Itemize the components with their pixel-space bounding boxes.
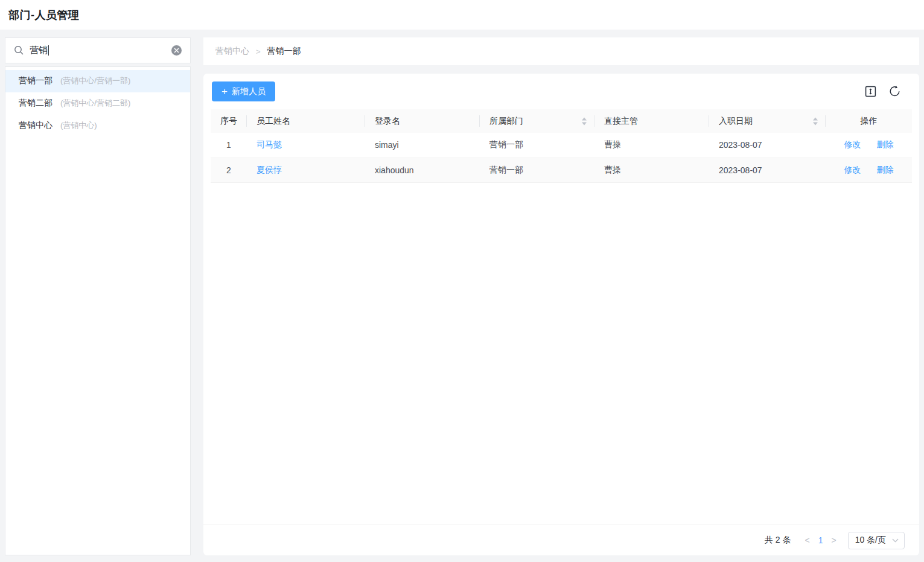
table-header-row: 序号 员工姓名 登录名 所属部门 直接主管 入职日期	[211, 109, 912, 133]
department-name: 营销一部	[19, 75, 53, 86]
column-header-index: 序号	[211, 109, 247, 133]
edit-link[interactable]: 修改	[844, 139, 861, 150]
prev-page-icon[interactable]: <	[800, 535, 814, 545]
table-row: 2 夏侯惇 xiahoudun 营销一部 曹操 2023-08-07 修改 删除	[211, 158, 912, 182]
column-header-name: 员工姓名	[247, 109, 365, 133]
page-number-1[interactable]: 1	[814, 535, 827, 545]
cell-login: simayi	[365, 133, 480, 158]
department-item-yingxiao-center[interactable]: 营销中心 (营销中心)	[5, 115, 190, 137]
page-header: 部门-人员管理	[0, 0, 924, 30]
department-item-yingxiao-yibu[interactable]: 营销一部 (营销中心/营销一部)	[5, 70, 190, 92]
department-search-input[interactable]: 营销	[5, 37, 191, 63]
personnel-panel: + 新增人员	[203, 74, 919, 555]
department-name: 营销二部	[19, 98, 53, 109]
column-header-department: 所属部门	[480, 109, 594, 133]
cell-hire-date: 2023-08-07	[709, 158, 826, 182]
breadcrumb-current: 营销一部	[267, 46, 301, 57]
plus-icon: +	[221, 86, 228, 97]
column-header-hire-date: 入职日期	[709, 109, 826, 133]
row-density-icon[interactable]	[865, 86, 876, 97]
cell-supervisor: 曹操	[594, 133, 709, 158]
sort-icon[interactable]	[813, 117, 818, 125]
add-person-label: 新增人员	[232, 86, 266, 97]
toolbar-icons	[865, 85, 901, 98]
column-header-supervisor: 直接主管	[594, 109, 709, 133]
text-cursor	[48, 45, 49, 56]
search-input-value: 营销	[30, 45, 48, 56]
department-path: (营销中心/营销二部)	[60, 98, 130, 109]
cell-department: 营销一部	[480, 158, 594, 182]
column-header-login: 登录名	[365, 109, 480, 133]
clear-search-icon[interactable]	[171, 45, 182, 56]
department-path: (营销中心)	[60, 120, 97, 131]
department-result-list: 营销一部 (营销中心/营销一部) 营销二部 (营销中心/营销二部) 营销中心 (…	[5, 66, 191, 555]
table-row: 1 司马懿 simayi 营销一部 曹操 2023-08-07 修改 删除	[211, 133, 912, 158]
department-item-yingxiao-erbu[interactable]: 营销二部 (营销中心/营销二部)	[5, 92, 190, 115]
refresh-icon[interactable]	[888, 85, 901, 98]
page-size-select[interactable]: 10 条/页	[848, 532, 905, 549]
cell-index: 1	[211, 133, 247, 158]
table-toolbar: + 新增人员	[203, 74, 919, 109]
department-name: 营销中心	[19, 120, 53, 131]
department-sidebar: 营销 营销一部 (营销中心/营销一部) 营销二部 (营销中心/营销二部) 营销中…	[5, 37, 191, 555]
breadcrumb-parent[interactable]: 营销中心	[215, 46, 249, 57]
delete-link[interactable]: 删除	[877, 165, 894, 176]
page-title: 部门-人员管理	[8, 8, 80, 22]
personnel-table: 序号 员工姓名 登录名 所属部门 直接主管 入职日期	[203, 109, 919, 183]
cell-department: 营销一部	[480, 133, 594, 158]
cell-hire-date: 2023-08-07	[709, 133, 826, 158]
sort-icon[interactable]	[582, 117, 587, 125]
next-page-icon[interactable]: >	[827, 535, 840, 545]
cell-index: 2	[211, 158, 247, 182]
main-area: 营销中心 > 营销一部 + 新增人员	[203, 37, 919, 555]
page-size-value: 10 条/页	[855, 535, 886, 546]
department-path: (营销中心/营销一部)	[60, 75, 130, 86]
content-area: 营销 营销一部 (营销中心/营销一部) 营销二部 (营销中心/营销二部) 营销中…	[5, 37, 919, 555]
pagination-total: 共 2 条	[765, 535, 791, 546]
cell-supervisor: 曹操	[594, 158, 709, 182]
delete-link[interactable]: 删除	[877, 139, 894, 150]
breadcrumb: 营销中心 > 营销一部	[203, 37, 919, 65]
employee-name-link[interactable]: 司马懿	[256, 139, 282, 149]
chevron-right-icon: >	[256, 47, 261, 56]
add-person-button[interactable]: + 新增人员	[212, 81, 275, 101]
chevron-down-icon	[892, 538, 899, 543]
search-icon	[14, 45, 24, 56]
edit-link[interactable]: 修改	[844, 165, 861, 176]
cell-login: xiahoudun	[365, 158, 480, 182]
pagination: 共 2 条 < 1 > 10 条/页	[203, 525, 919, 555]
column-header-actions: 操作	[826, 109, 912, 133]
employee-name-link[interactable]: 夏侯惇	[256, 165, 282, 174]
